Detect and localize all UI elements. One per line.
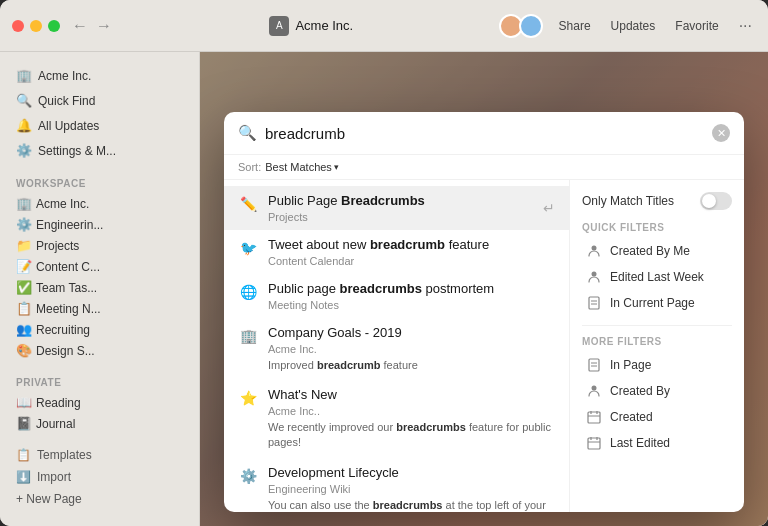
meeting-label: Meeting N... [36, 302, 101, 316]
workspace-icon: A [269, 16, 289, 36]
acme-label: Acme Inc. [36, 197, 89, 211]
minimize-button[interactable] [30, 20, 42, 32]
sidebar-item-engineering[interactable]: ⚙️ Engineerin... [8, 214, 191, 235]
sidebar-item-journal[interactable]: 📓 Journal [8, 413, 191, 434]
sidebar-item-all-updates[interactable]: 🔔 All Updates [8, 114, 191, 137]
sidebar-item-import[interactable]: ⬇️ Import [8, 466, 192, 488]
filters-panel: Only Match Titles QUICK FILTERS [569, 180, 744, 512]
sidebar-item-projects[interactable]: 📁 Projects [8, 235, 191, 256]
avatar-group [499, 14, 543, 38]
filter-in-page[interactable]: In Page [582, 353, 732, 377]
result-item-2[interactable]: 🐦 Tweet about new breadcrumb feature Con… [224, 230, 569, 274]
result-item-4[interactable]: 🏢 Company Goals - 2019 Acme Inc. Improve… [224, 318, 569, 380]
svg-rect-13 [588, 438, 600, 449]
sidebar-item-design[interactable]: 🎨 Design S... [8, 340, 191, 361]
sidebar-item-settings[interactable]: ⚙️ Settings & M... [8, 139, 191, 162]
recruiting-icon: 👥 [16, 322, 32, 337]
recruiting-label: Recruiting [36, 323, 90, 337]
doc-icon-2 [586, 357, 602, 373]
workspace-section-label: WORKSPACE [8, 174, 191, 193]
result-item-6[interactable]: ⚙️ Development Lifecycle Engineering Wik… [224, 458, 569, 512]
sidebar-item-meeting[interactable]: 📋 Meeting N... [8, 298, 191, 319]
favorite-button[interactable]: Favorite [671, 17, 722, 35]
private-section-label: PRIVATE [8, 373, 191, 392]
sidebar-item-team-tasks[interactable]: ✅ Team Tas... [8, 277, 191, 298]
result-subtitle-4: Acme Inc. [268, 343, 555, 355]
result-subtitle-2: Content Calendar [268, 255, 555, 267]
titlebar: ← → A Acme Inc. Share Updates Favorite ·… [0, 0, 768, 52]
sidebar-item-acme[interactable]: 🏢 Acme Inc. [8, 193, 191, 214]
design-label: Design S... [36, 344, 95, 358]
filter-last-edited[interactable]: Last Edited [582, 431, 732, 455]
search-clear-button[interactable]: ✕ [712, 124, 730, 142]
sort-label: Sort: [238, 161, 261, 173]
only-match-titles-text: Only Match Titles [582, 194, 674, 208]
projects-icon: 📁 [16, 238, 32, 253]
search-sort-bar: Sort: Best Matches ▾ [224, 155, 744, 180]
result-item-1[interactable]: ✏️ Public Page Breadcrumbs Projects ↵ [224, 186, 569, 230]
traffic-lights [12, 20, 60, 32]
content-label: Content C... [36, 260, 100, 274]
filter-in-current-page-label: In Current Page [610, 296, 695, 310]
sidebar: 🏢 Acme Inc. 🔍 Quick Find 🔔 All Updates ⚙… [0, 52, 200, 526]
sidebar-item-quick-find[interactable]: 🔍 Quick Find [8, 89, 191, 112]
sidebar-bottom: 📋 Templates ⬇️ Import + New Page [0, 444, 200, 510]
maximize-button[interactable] [48, 20, 60, 32]
person-icon-1 [586, 243, 602, 259]
result-icon-5: ⭐ [238, 388, 258, 408]
result-title-4: Company Goals - 2019 [268, 325, 555, 342]
more-options-button[interactable]: ··· [735, 15, 756, 37]
result-item-5[interactable]: ⭐ What's New Acme Inc.. We recently impr… [224, 380, 569, 458]
share-button[interactable]: Share [555, 17, 595, 35]
result-content-1: Public Page Breadcrumbs Projects [268, 193, 555, 223]
result-icon-4: 🏢 [238, 326, 258, 346]
sidebar-item-workspace-name[interactable]: 🏢 Acme Inc. [8, 64, 191, 87]
only-match-titles-label: Only Match Titles [582, 194, 674, 208]
filter-created-by-me-label: Created By Me [610, 244, 690, 258]
search-input[interactable] [265, 125, 704, 142]
result-subtitle-5: Acme Inc.. [268, 405, 555, 417]
filter-in-current-page[interactable]: In Current Page [582, 291, 732, 315]
team-tasks-label: Team Tas... [36, 281, 97, 295]
result-title-6: Development Lifecycle [268, 465, 555, 482]
workspace-name: Acme Inc. [295, 18, 353, 33]
filter-edited-last-week[interactable]: Edited Last Week [582, 265, 732, 289]
close-button[interactable] [12, 20, 24, 32]
projects-label: Projects [36, 239, 79, 253]
main-layout: 🏢 Acme Inc. 🔍 Quick Find 🔔 All Updates ⚙… [0, 52, 768, 526]
sidebar-item-new-page[interactable]: + New Page [8, 488, 192, 510]
sort-value-text: Best Matches [265, 161, 332, 173]
sidebar-item-templates[interactable]: 📋 Templates [8, 444, 192, 466]
sidebar-item-content[interactable]: 📝 Content C... [8, 256, 191, 277]
back-arrow-icon[interactable]: ← [72, 17, 88, 35]
search-body: ✏️ Public Page Breadcrumbs Projects ↵ 🐦 [224, 180, 744, 512]
sidebar-private-section: PRIVATE 📖 Reading 📓 Journal [0, 373, 199, 434]
sort-value-selector[interactable]: Best Matches ▾ [265, 161, 339, 173]
filter-created[interactable]: Created [582, 405, 732, 429]
team-tasks-icon: ✅ [16, 280, 32, 295]
result-item-3[interactable]: 🌐 Public page breadcrumbs postmortem Mee… [224, 274, 569, 318]
filter-created-by[interactable]: Created By [582, 379, 732, 403]
result-subtitle-1: Projects [268, 211, 555, 223]
sidebar-item-reading[interactable]: 📖 Reading [8, 392, 191, 413]
result-title-1: Public Page Breadcrumbs [268, 193, 555, 210]
result-title-5: What's New [268, 387, 555, 404]
import-label: Import [37, 470, 71, 484]
search-header: 🔍 ✕ [224, 112, 744, 155]
svg-rect-9 [588, 412, 600, 423]
svg-point-1 [592, 272, 597, 277]
result-icon-2: 🐦 [238, 238, 258, 258]
filter-created-by-me[interactable]: Created By Me [582, 239, 732, 263]
sidebar-workspace-label: Acme Inc. [38, 69, 91, 83]
sidebar-item-recruiting[interactable]: 👥 Recruiting [8, 319, 191, 340]
sidebar-all-updates-label: All Updates [38, 119, 99, 133]
result-title-2: Tweet about new breadcrumb feature [268, 237, 555, 254]
toggle-knob [702, 194, 716, 208]
result-snippet-6: You can also use the breadcrumbs at the … [268, 498, 555, 512]
result-content-3: Public page breadcrumbs postmortem Meeti… [268, 281, 555, 311]
search-modal: 🔍 ✕ Sort: Best Matches ▾ [224, 112, 744, 512]
calendar-icon-1 [586, 409, 602, 425]
only-match-titles-toggle[interactable] [700, 192, 732, 210]
forward-arrow-icon[interactable]: → [96, 17, 112, 35]
updates-button[interactable]: Updates [607, 17, 660, 35]
